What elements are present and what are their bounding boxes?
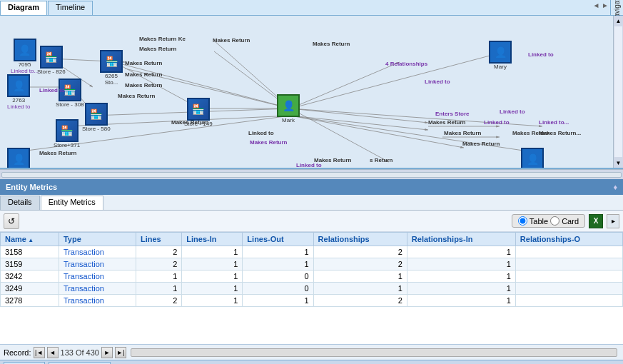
nav-next-button[interactable]: ► — [101, 347, 113, 358]
sub-tab-details[interactable]: Details — [0, 196, 40, 210]
node-icon-store: 🏪 — [187, 98, 210, 121]
col-relationships[interactable]: Relationships — [313, 233, 407, 246]
node-label: Store - 308 — [56, 101, 84, 108]
node-icon-store: 🏪 — [40, 46, 63, 69]
cell-name: 3159 — [1, 258, 59, 271]
node-icon-person: 👤 — [277, 94, 300, 117]
edge-label-makes-return-9: Makes Return — [171, 119, 208, 126]
card-radio-label[interactable]: Card — [550, 216, 579, 226]
excel-export-button[interactable]: X — [589, 214, 603, 228]
table-row: 3249 Transaction 1 1 0 1 1 — [1, 283, 623, 295]
record-label: Record: — [4, 348, 31, 357]
col-relationships-in[interactable]: Relationships-In — [407, 233, 515, 246]
node-mark[interactable]: 👤 Mark — [277, 94, 300, 123]
table-label: Table — [530, 217, 548, 226]
edge-label-linked-to-6: Linked to... — [539, 119, 569, 126]
col-relationships-out[interactable]: Relationships-O — [515, 233, 622, 246]
cell-rel-out — [515, 271, 622, 283]
cell-type: Transaction — [59, 271, 136, 283]
node-store-371[interactable]: 🏪 Store+371 — [54, 119, 80, 148]
cell-lines-out: 0 — [243, 271, 313, 283]
card-radio[interactable] — [550, 216, 559, 226]
nav-first-button[interactable]: |◄ — [34, 347, 45, 358]
node-store-580[interactable]: 🏪 Store - 580 — [82, 103, 111, 132]
table-body: 3158 Transaction 2 1 1 2 1 3159 Transact… — [1, 246, 623, 307]
cell-rel-in: 1 — [407, 271, 515, 283]
diagram-right-scrollbar[interactable]: ▲ ▼ — [613, 16, 623, 168]
scroll-track[interactable] — [614, 26, 622, 157]
edge-label-makes-return-16: Makes Return — [314, 157, 351, 163]
cell-type: Transaction — [59, 258, 136, 271]
cell-rel-out — [515, 283, 622, 295]
edge-label-makes-return-15: Makes Return... — [539, 130, 581, 136]
node-mary[interactable]: 👤 Mary — [489, 41, 512, 70]
node-icon-customer: 👤 — [14, 39, 36, 61]
visualizer-tab[interactable]: ◉ visualizer ✕ — [49, 362, 111, 365]
node-2763[interactable]: 👤 2763 Linked to — [7, 74, 30, 110]
table-radio[interactable] — [518, 216, 527, 226]
toolbar-arrow-button[interactable]: ▸ — [607, 214, 619, 228]
pin-icon[interactable]: ♦ — [613, 183, 617, 191]
table-container[interactable]: Name Type Lines Lines-In Lines-Out Relat… — [0, 232, 623, 344]
cell-name: 3249 — [1, 283, 59, 295]
node-customer-right[interactable]: 👤 — [521, 148, 544, 169]
svg-line-13 — [290, 116, 428, 130]
cell-name: 3242 — [1, 271, 59, 283]
cell-rel-out — [515, 258, 622, 271]
navigator-button[interactable]: Navigator — [610, 0, 623, 15]
tab-timeline[interactable]: Timeline — [48, 1, 93, 15]
cell-name: 3158 — [1, 246, 59, 258]
cell-rel-in: 1 — [407, 283, 515, 295]
record-info: 133 Of 430 — [61, 348, 99, 357]
tab-diagram[interactable]: Diagram — [0, 1, 47, 15]
cell-lines: 2 — [136, 258, 181, 271]
edge-label-s-return: s Return — [370, 157, 392, 163]
nav-prev-button[interactable]: ◄ — [47, 347, 59, 358]
diagram-bottom-scrollbar[interactable] — [0, 169, 623, 179]
cell-lines: 2 — [136, 246, 181, 258]
edge-label-makes-return-11: Makes Return — [428, 119, 465, 126]
node-sublabel: Linked to... — [11, 68, 39, 74]
cell-lines: 1 — [136, 271, 181, 283]
node-6265[interactable]: 🏪 6265 Sto... — [100, 50, 123, 86]
cell-type: Transaction — [59, 246, 136, 258]
edge-label-makes-return-12: Makes Return — [444, 130, 481, 136]
node-label: 7095 — [19, 61, 31, 68]
node-icon-store: 🏪 — [85, 103, 108, 126]
nav-scrollbar[interactable] — [131, 348, 617, 357]
entity-metrics-title: Entity Metrics — [6, 183, 57, 191]
table-row: 3242 Transaction 1 1 0 1 1 — [1, 271, 623, 283]
record-navigation: Record: |◄ ◄ 133 Of 430 ► ►| — [0, 344, 623, 360]
node-label: Mary — [494, 64, 507, 70]
cell-lines-in: 1 — [182, 258, 243, 271]
nav-last-button[interactable]: ►| — [115, 347, 126, 358]
tab-scroll-arrows[interactable]: ◄ ► — [592, 1, 609, 9]
cell-lines-out: 1 — [243, 258, 313, 271]
col-type[interactable]: Type — [59, 233, 136, 246]
scroll-up-arrow[interactable]: ▲ — [614, 16, 623, 26]
node-7095[interactable]: 👤 7095 Linked to... — [11, 39, 39, 74]
node-icon-customer: 👤 — [489, 41, 512, 64]
cell-relationships: 2 — [313, 295, 407, 307]
home-tab[interactable]: ⌂ Home — [4, 362, 45, 365]
col-lines[interactable]: Lines — [136, 233, 181, 246]
cell-lines-in: 1 — [182, 283, 243, 295]
edge-label-linked-to-5: Linked to — [500, 108, 525, 115]
node-store-826[interactable]: 🏪 Store - 826 — [37, 46, 66, 75]
sub-tab-entity-metrics[interactable]: Entity Metrics — [41, 196, 103, 210]
scroll-down-arrow[interactable]: ▼ — [614, 158, 623, 168]
col-lines-out[interactable]: Lines-Out — [243, 233, 313, 246]
col-lines-in[interactable]: Lines-In — [182, 233, 243, 246]
node-icon-store: 🏪 — [56, 119, 78, 142]
refresh-button[interactable]: ↺ — [4, 213, 19, 229]
cell-type: Transaction — [59, 295, 136, 307]
table-radio-label[interactable]: Table — [518, 216, 548, 226]
edge-label-makes-return-8: Makes Return — [118, 93, 155, 99]
cell-lines-out: 1 — [243, 246, 313, 258]
bottom-bar: ⌂ Home ◉ visualizer ✕ ◄ ► — [0, 360, 623, 364]
table-row: 3158 Transaction 2 1 1 2 1 — [1, 246, 623, 258]
col-name[interactable]: Name — [1, 233, 59, 246]
edge-label-4-relationships: 4 Relationships — [385, 61, 427, 67]
node-customer-left[interactable]: 👤 — [7, 148, 30, 169]
cell-rel-in: 1 — [407, 295, 515, 307]
